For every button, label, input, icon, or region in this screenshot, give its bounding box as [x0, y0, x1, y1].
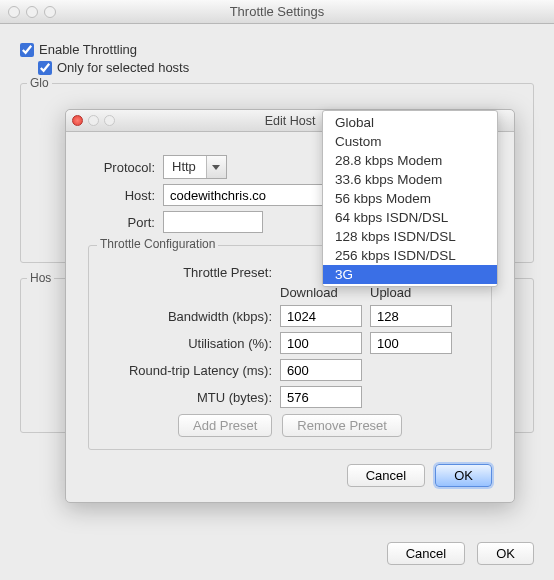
- preset-option[interactable]: 3G: [323, 265, 497, 284]
- throttle-config-label: Throttle Configuration: [97, 237, 218, 251]
- cancel-button[interactable]: Cancel: [387, 542, 465, 565]
- preset-option[interactable]: 56 kbps Modem: [323, 189, 497, 208]
- download-column: Download: [280, 285, 370, 300]
- upload-column: Upload: [370, 285, 460, 300]
- preset-option[interactable]: 64 kbps ISDN/DSL: [323, 208, 497, 227]
- remove-preset-button[interactable]: Remove Preset: [282, 414, 402, 437]
- zoom-icon[interactable]: [104, 115, 115, 126]
- protocol-value: Http: [164, 156, 206, 178]
- preset-option[interactable]: 128 kbps ISDN/DSL: [323, 227, 497, 246]
- mtu-input[interactable]: [280, 386, 362, 408]
- bandwidth-upload-input[interactable]: [370, 305, 452, 327]
- bandwidth-label: Bandwidth (kbps):: [105, 309, 280, 324]
- window-buttons: Cancel OK: [387, 542, 534, 565]
- edit-host-dialog: Edit Host Protocol: Http Host: Port: Thr…: [65, 109, 515, 503]
- ok-button[interactable]: OK: [477, 542, 534, 565]
- preset-label: Throttle Preset:: [105, 265, 280, 280]
- hosts-group-label: Hos: [27, 271, 54, 285]
- preset-option[interactable]: 33.6 kbps Modem: [323, 170, 497, 189]
- add-preset-button[interactable]: Add Preset: [178, 414, 272, 437]
- throttle-preset-dropdown[interactable]: GlobalCustom28.8 kbps Modem33.6 kbps Mod…: [322, 110, 498, 287]
- port-label: Port:: [88, 215, 163, 230]
- columns-header: Download Upload: [105, 285, 475, 300]
- mtu-label: MTU (bytes):: [105, 390, 280, 405]
- only-hosts-row: Only for selected hosts: [38, 60, 534, 75]
- enable-throttling-row: Enable Throttling: [20, 42, 534, 57]
- utilisation-label: Utilisation (%):: [105, 336, 280, 351]
- window-titlebar: Throttle Settings: [0, 0, 554, 24]
- close-icon[interactable]: [8, 6, 20, 18]
- only-hosts-label: Only for selected hosts: [57, 60, 189, 75]
- utilisation-download-input[interactable]: [280, 332, 362, 354]
- host-label: Host:: [88, 188, 163, 203]
- window-body: Enable Throttling Only for selected host…: [0, 24, 554, 580]
- traffic-lights: [8, 6, 56, 18]
- latency-input[interactable]: [280, 359, 362, 381]
- zoom-icon[interactable]: [44, 6, 56, 18]
- only-hosts-checkbox[interactable]: [38, 61, 52, 75]
- preset-option[interactable]: 28.8 kbps Modem: [323, 151, 497, 170]
- close-icon[interactable]: [72, 115, 83, 126]
- minimize-icon[interactable]: [26, 6, 38, 18]
- latency-label: Round-trip Latency (ms):: [105, 363, 280, 378]
- enable-throttling-checkbox[interactable]: [20, 43, 34, 57]
- preset-option[interactable]: 256 kbps ISDN/DSL: [323, 246, 497, 265]
- preset-option[interactable]: Custom: [323, 132, 497, 151]
- global-group-label: Glo: [27, 76, 52, 90]
- protocol-label: Protocol:: [88, 160, 163, 175]
- utilisation-upload-input[interactable]: [370, 332, 452, 354]
- protocol-combo[interactable]: Http: [163, 155, 227, 179]
- cancel-button[interactable]: Cancel: [347, 464, 425, 487]
- chevron-down-icon: [206, 156, 226, 178]
- preset-buttons: Add Preset Remove Preset: [105, 414, 475, 437]
- window-title: Throttle Settings: [0, 4, 554, 19]
- dialog-buttons: Cancel OK: [88, 464, 492, 487]
- minimize-icon[interactable]: [88, 115, 99, 126]
- preset-option[interactable]: Global: [323, 113, 497, 132]
- enable-throttling-label: Enable Throttling: [39, 42, 137, 57]
- ok-button[interactable]: OK: [435, 464, 492, 487]
- bandwidth-download-input[interactable]: [280, 305, 362, 327]
- port-input[interactable]: [163, 211, 263, 233]
